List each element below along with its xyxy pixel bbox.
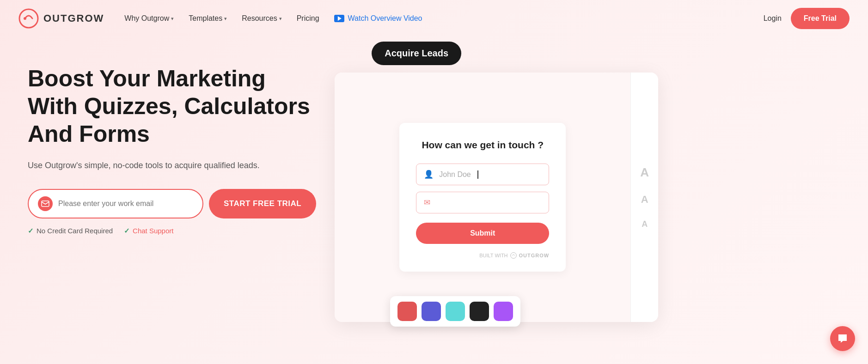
nav-why-outgrow-label: Why Outgrow — [124, 14, 169, 23]
hero-right: Acquire Leads How can we get in touch ? … — [335, 42, 840, 322]
nav-item-templates[interactable]: Templates ▾ — [182, 11, 233, 26]
email-icon — [41, 200, 49, 207]
email-icon-wrap — [38, 196, 53, 211]
svg-point-1 — [24, 17, 26, 20]
outgrow-mini-logo — [510, 252, 517, 259]
demo-card-inner: How can we get in touch ? 👤 John Doe ✉ S… — [335, 73, 630, 322]
svg-point-0 — [19, 9, 38, 28]
chat-icon — [837, 333, 849, 345]
demo-submit-button[interactable]: Submit — [416, 223, 549, 244]
email-input[interactable] — [58, 200, 193, 208]
nav-item-why-outgrow[interactable]: Why Outgrow ▾ — [118, 11, 180, 26]
acquire-leads-badge: Acquire Leads — [372, 42, 461, 65]
demo-form-card: How can we get in touch ? 👤 John Doe ✉ S… — [399, 123, 566, 272]
chat-bubble-button[interactable] — [830, 326, 855, 351]
hero-title: Boost Your Marketing With Quizzes, Calcu… — [28, 65, 316, 148]
chevron-down-icon-2: ▾ — [224, 16, 227, 22]
outgrow-brand: OUTGROW — [519, 253, 550, 258]
start-trial-button[interactable]: START FREE TRIAL — [209, 189, 316, 218]
nav-right: Login Free Trial — [764, 8, 850, 29]
chevron-down-icon: ▾ — [171, 16, 174, 22]
navbar: OUTGROW Why Outgrow ▾ Templates ▾ Resour… — [0, 0, 868, 37]
nav-pricing-label: Pricing — [297, 14, 319, 22]
name-field[interactable]: 👤 John Doe — [416, 164, 549, 185]
color-swatches — [390, 296, 520, 327]
chevron-down-icon-3: ▾ — [279, 16, 282, 22]
side-letter-1[interactable]: A — [640, 165, 649, 180]
nav-templates-label: Templates — [189, 14, 222, 23]
watch-video-label: Watch Overview Video — [348, 14, 422, 23]
demo-side-panel: A A A — [630, 73, 658, 322]
built-with: BUILT WITH OUTGROW — [416, 252, 549, 259]
built-with-label: BUILT WITH — [479, 253, 507, 258]
trust-badges: ✓ No Credit Card Required ✓ Chat Support — [28, 227, 316, 235]
form-title: How can we get in touch ? — [416, 140, 549, 151]
email-form: START FREE TRIAL — [28, 189, 316, 218]
hero-subtitle: Use Outgrow's simple, no-code tools to a… — [28, 159, 316, 172]
hero-section: Boost Your Marketing With Quizzes, Calcu… — [0, 37, 868, 322]
trust-item-no-cc: ✓ No Credit Card Required — [28, 227, 113, 235]
swatch-black[interactable] — [470, 302, 489, 321]
video-icon — [334, 15, 344, 22]
check-icon-1: ✓ — [28, 227, 34, 235]
user-icon: 👤 — [424, 170, 434, 179]
logo-area[interactable]: OUTGROW — [18, 8, 104, 29]
side-letter-3[interactable]: A — [642, 219, 648, 229]
swatch-violet[interactable] — [494, 302, 513, 321]
email-input-wrapper — [28, 189, 203, 218]
watch-video-link[interactable]: Watch Overview Video — [328, 11, 429, 26]
swatch-red[interactable] — [397, 302, 417, 321]
cursor-indicator — [477, 170, 478, 179]
no-credit-card-label: No Credit Card Required — [37, 227, 113, 235]
swatch-purple[interactable] — [422, 302, 441, 321]
login-button[interactable]: Login — [764, 14, 782, 23]
check-icon-2: ✓ — [124, 227, 130, 235]
free-trial-nav-button[interactable]: Free Trial — [791, 8, 850, 29]
email-field-icon: ✉ — [424, 198, 430, 207]
hero-left: Boost Your Marketing With Quizzes, Calcu… — [28, 42, 316, 235]
demo-card: How can we get in touch ? 👤 John Doe ✉ S… — [335, 73, 658, 322]
side-letter-2[interactable]: A — [641, 194, 648, 206]
swatch-cyan[interactable] — [446, 302, 465, 321]
trust-item-chat: ✓ Chat Support — [124, 227, 173, 235]
nav-item-resources[interactable]: Resources ▾ — [235, 11, 288, 26]
nav-links: Why Outgrow ▾ Templates ▾ Resources ▾ Pr… — [118, 11, 763, 26]
nav-resources-label: Resources — [242, 14, 277, 23]
logo-icon — [18, 8, 39, 29]
email-field[interactable]: ✉ — [416, 192, 549, 213]
svg-rect-2 — [42, 201, 49, 206]
svg-point-3 — [510, 253, 516, 259]
nav-item-pricing[interactable]: Pricing — [290, 11, 326, 26]
chat-support-label[interactable]: Chat Support — [133, 227, 173, 235]
name-placeholder: John Doe — [439, 170, 471, 179]
logo-text: OUTGROW — [43, 12, 104, 24]
